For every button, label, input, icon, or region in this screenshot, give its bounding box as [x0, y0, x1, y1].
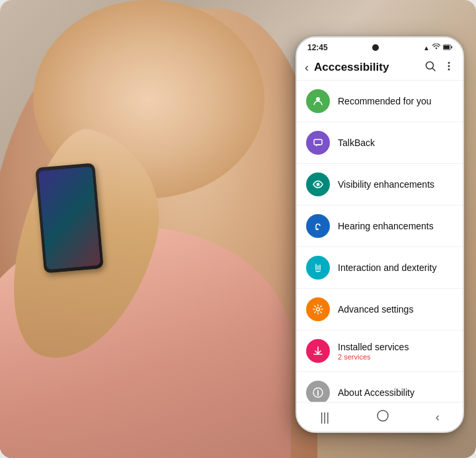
menu-icon-talkback [306, 131, 330, 155]
menu-text-about: About Accessibility [338, 387, 454, 398]
svg-rect-9 [314, 139, 322, 145]
svg-point-8 [316, 97, 320, 101]
menu-icon-visibility [306, 172, 330, 196]
search-button[interactable] [424, 60, 436, 75]
page-title: Acccessibility [314, 61, 424, 74]
menu-text-talkback: TalkBack [338, 137, 454, 148]
signal-icon: ▲ [423, 44, 430, 52]
svg-point-7 [448, 69, 450, 71]
menu-item-recommended[interactable]: Recommended for you [297, 81, 463, 122]
menu-icon-hearing [306, 214, 330, 238]
back-nav-button[interactable]: ‹ [436, 410, 440, 424]
svg-point-3 [426, 62, 434, 69]
phone-mockup: 12:45 ▲ ‹ Acccessibility [296, 36, 464, 433]
menu-item-visibility[interactable]: Visibility enhancements [297, 164, 463, 206]
menu-text-visibility: Visibility enhancements [338, 179, 454, 190]
svg-rect-2 [451, 46, 452, 48]
back-button[interactable]: ‹ [305, 61, 309, 75]
recent-apps-button[interactable]: ||| [320, 410, 329, 424]
status-bar: 12:45 ▲ [297, 38, 463, 55]
menu-text-interaction: Interaction and dexterity [338, 262, 454, 273]
menu-icon-advanced [306, 297, 330, 321]
menu-icon-interaction [306, 256, 330, 280]
menu-label-advanced: Advanced settings [338, 304, 454, 315]
menu-sub-installed: 2 services [338, 353, 454, 361]
menu-icon-about [306, 381, 330, 404]
menu-text-installed: Installed services 2 services [338, 342, 454, 361]
menu-item-interaction[interactable]: Interaction and dexterity [297, 247, 463, 289]
status-icons: ▲ [423, 44, 452, 52]
menu-icon-installed [306, 339, 330, 363]
svg-point-10 [317, 183, 320, 186]
wifi-icon [432, 44, 440, 52]
menu-label-hearing: Hearing enhancements [338, 221, 454, 231]
menu-icon-recommended [306, 89, 330, 113]
menu-item-installed[interactable]: Installed services 2 services [297, 330, 463, 372]
more-button[interactable] [443, 60, 455, 75]
home-button[interactable] [376, 409, 389, 426]
battery-icon [443, 44, 452, 52]
menu-item-advanced[interactable]: Advanced settings [297, 289, 463, 330]
menu-label-installed: Installed services [338, 342, 454, 352]
menu-text-recommended: Recommended for you [338, 96, 454, 106]
svg-point-6 [448, 65, 450, 67]
bottom-nav: ||| ‹ [297, 402, 463, 432]
svg-rect-1 [444, 46, 450, 49]
menu-list: Recommended for you TalkBack Visibility … [297, 81, 463, 412]
menu-label-interaction: Interaction and dexterity [338, 262, 454, 273]
menu-item-hearing[interactable]: Hearing enhancements [297, 206, 463, 247]
menu-label-about: About Accessibility [338, 387, 454, 398]
menu-item-talkback[interactable]: TalkBack [297, 122, 463, 164]
menu-label-visibility: Visibility enhancements [338, 179, 454, 190]
svg-point-11 [317, 308, 320, 311]
svg-point-5 [448, 62, 450, 64]
status-time: 12:45 [307, 43, 328, 52]
menu-label-talkback: TalkBack [338, 137, 454, 148]
top-bar: ‹ Acccessibility [297, 55, 463, 81]
svg-line-4 [433, 69, 436, 71]
menu-text-advanced: Advanced settings [338, 304, 454, 315]
svg-point-15 [377, 410, 388, 421]
menu-label-recommended: Recommended for you [338, 96, 454, 106]
camera-notch [372, 44, 379, 51]
held-phone [35, 163, 104, 273]
menu-text-hearing: Hearing enhancements [338, 221, 454, 231]
